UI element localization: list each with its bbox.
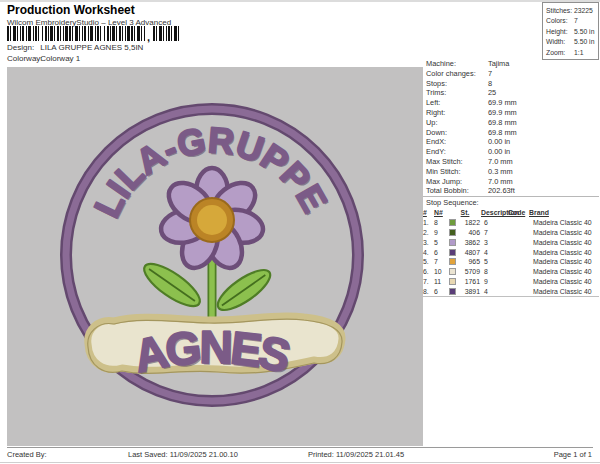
info-label: Right: bbox=[426, 108, 488, 118]
info-label: Trims: bbox=[426, 88, 488, 98]
info-label: Max Stitch: bbox=[426, 157, 488, 167]
stats-row: Colors:7 bbox=[546, 16, 598, 26]
thread-color-swatch bbox=[449, 258, 456, 265]
machine-info-panel: Machine:Tajima Color changes:7 Stops:8 T… bbox=[426, 59, 599, 196]
info-value: 8 bbox=[488, 79, 492, 88]
bottom-edge-line bbox=[0, 462, 600, 463]
page-title: Production Worksheet bbox=[7, 3, 135, 17]
info-row: EndY:0.00 in bbox=[426, 147, 599, 157]
info-row: Up:69.8 mm bbox=[426, 118, 599, 128]
info-label: Max Jump: bbox=[426, 177, 488, 187]
col-description: Description bbox=[481, 209, 508, 216]
info-label: Down: bbox=[426, 128, 488, 138]
info-label: EndX: bbox=[426, 137, 488, 147]
stats-value: 7 bbox=[574, 17, 578, 24]
info-value: 25 bbox=[488, 88, 496, 97]
col-stitches: St. bbox=[449, 209, 481, 216]
stats-row: Width:5.50 in bbox=[546, 37, 598, 47]
flower-center bbox=[190, 198, 234, 242]
stats-box: Stitches:23225 Colors:7 Height:5.50 in W… bbox=[542, 2, 599, 60]
info-label: Left: bbox=[426, 98, 488, 108]
banner-text: AGNES AGNES bbox=[129, 321, 296, 384]
colorway-label: Colorway: bbox=[7, 54, 38, 63]
thread-color-swatch bbox=[449, 229, 456, 236]
footer-last-saved: Last Saved: 11/09/2025 21.00.10 bbox=[128, 450, 238, 459]
info-label: Up: bbox=[426, 118, 488, 128]
footer-page-number: Page 1 of 1 bbox=[554, 450, 592, 459]
info-value: 7 bbox=[488, 69, 492, 78]
info-value: 0.00 in bbox=[488, 147, 510, 156]
info-value: Tajima bbox=[488, 59, 509, 68]
table-row: 6.10 57098 Madeira Classic 40 bbox=[423, 267, 599, 277]
info-row: Trims:25 bbox=[426, 88, 599, 98]
thread-color-swatch bbox=[449, 288, 456, 295]
table-row: 8.6 38914 Madeira Classic 40 bbox=[423, 286, 599, 296]
footer-divider bbox=[7, 447, 593, 448]
info-label: Total Bobbin: bbox=[426, 186, 488, 196]
info-row: Min Stitch:0.3 mm bbox=[426, 167, 599, 177]
info-row: Total Bobbin:202.63ft bbox=[426, 186, 599, 196]
design-value: LILA GRUPPE AGNES 5,5IN bbox=[40, 43, 143, 52]
info-value: 69.9 mm bbox=[488, 108, 517, 117]
col-num: # bbox=[423, 209, 434, 216]
info-label: Stops: bbox=[426, 79, 488, 89]
stats-label: Width: bbox=[546, 37, 574, 47]
info-value: 202.63ft bbox=[488, 186, 515, 195]
info-value: 69.9 mm bbox=[488, 98, 517, 107]
col-code: Code bbox=[508, 209, 529, 216]
info-label: EndY: bbox=[426, 147, 488, 157]
footer-created-by: Created By: bbox=[7, 450, 47, 459]
stop-sequence-title: Stop Sequence: bbox=[426, 198, 479, 207]
thread-color-swatch bbox=[449, 219, 456, 226]
design-preview: LILA-GRUPPE LILA-GRUPPE bbox=[7, 67, 423, 446]
col-needle: N# bbox=[434, 209, 449, 216]
info-row: Max Jump:7.0 mm bbox=[426, 177, 599, 187]
table-row: 2.9 4067 Madeira Classic 40 bbox=[423, 228, 599, 238]
info-row: Stops:8 bbox=[426, 79, 599, 89]
col-brand: Brand bbox=[529, 209, 599, 216]
stats-value: 5.50 in bbox=[574, 28, 594, 35]
stats-value: 5.50 in bbox=[574, 38, 594, 45]
info-row: Max Stitch:7.0 mm bbox=[426, 157, 599, 167]
barcode-comma: , bbox=[147, 31, 150, 43]
stats-label: Height: bbox=[546, 27, 574, 37]
info-label: Min Stitch: bbox=[426, 167, 488, 177]
leaf-right bbox=[212, 263, 275, 317]
design-row: Design: LILA GRUPPE AGNES 5,5IN bbox=[7, 43, 143, 52]
stop-sequence-table: # N# St. Description Code Brand 1.8 1822… bbox=[423, 208, 599, 296]
table-row: 3.5 38623 Madeira Classic 40 bbox=[423, 237, 599, 247]
info-row: Color changes:7 bbox=[426, 69, 599, 79]
stats-label: Stitches: bbox=[546, 6, 574, 16]
thread-color-swatch bbox=[449, 278, 456, 285]
production-worksheet-page: Production Worksheet Wilcom EmbroiderySt… bbox=[0, 0, 600, 464]
info-row: EndX:0.00 in bbox=[426, 137, 599, 147]
barcode: , bbox=[7, 26, 181, 43]
colorway-row: Colorway: Colorway 1 bbox=[7, 54, 80, 63]
info-value: 0.3 mm bbox=[488, 167, 513, 176]
table-row: 5.7 9655 Madeira Classic 40 bbox=[423, 257, 599, 267]
info-value: 69.8 mm bbox=[488, 128, 517, 137]
info-row: Left:69.9 mm bbox=[426, 98, 599, 108]
stats-row: Zoom:1:1 bbox=[546, 48, 598, 58]
stats-row: Stitches:23225 bbox=[546, 6, 598, 16]
footer-printed: Printed: 11/09/2025 21.01.45 bbox=[308, 450, 404, 459]
thread-color-swatch bbox=[449, 239, 456, 246]
info-row: Machine:Tajima bbox=[426, 59, 599, 69]
colorway-value: Colorway 1 bbox=[40, 54, 80, 63]
stats-value: 1:1 bbox=[574, 49, 583, 56]
stats-value: 23225 bbox=[574, 7, 593, 14]
stats-label: Zoom: bbox=[546, 48, 574, 58]
thread-color-swatch bbox=[449, 268, 456, 275]
embroidery-design: LILA-GRUPPE LILA-GRUPPE bbox=[7, 67, 423, 446]
stats-row: Height:5.50 in bbox=[546, 27, 598, 37]
info-value: 69.8 mm bbox=[488, 118, 517, 127]
table-row: 1.8 18226 Madeira Classic 40 bbox=[423, 218, 599, 228]
stats-label: Colors: bbox=[546, 16, 574, 26]
info-value: 7.0 mm bbox=[488, 177, 513, 186]
table-bottom-line bbox=[423, 296, 599, 297]
design-label: Design: bbox=[7, 43, 38, 52]
info-value: 7.0 mm bbox=[488, 157, 513, 166]
info-row: Right:69.9 mm bbox=[426, 108, 599, 118]
info-label: Machine: bbox=[426, 59, 488, 69]
info-row: Down:69.8 mm bbox=[426, 128, 599, 138]
